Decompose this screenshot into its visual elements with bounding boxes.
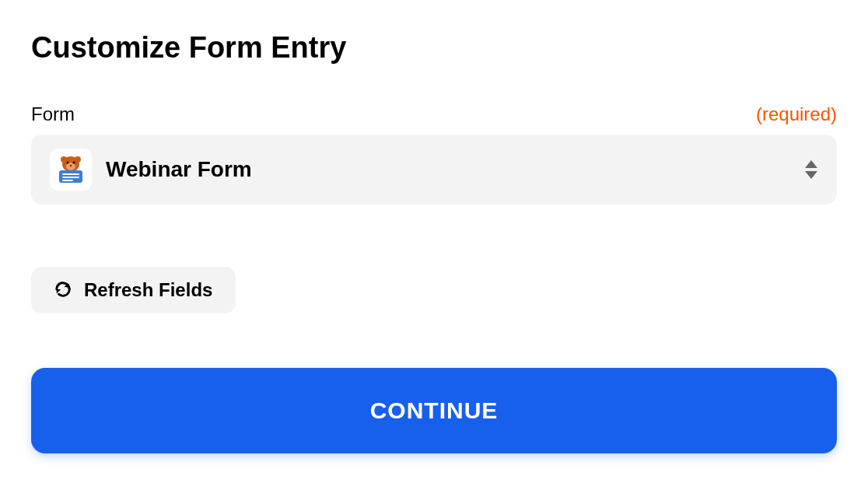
- form-field-label-row: Form (required): [31, 103, 837, 125]
- svg-rect-10: [62, 180, 73, 181]
- svg-rect-9: [62, 177, 79, 178]
- continue-button[interactable]: CONTINUE: [31, 368, 837, 453]
- required-tag: (required): [756, 103, 837, 125]
- svg-marker-11: [805, 160, 817, 168]
- svg-point-6: [70, 165, 72, 166]
- svg-point-4: [67, 162, 69, 164]
- page-title: Customize Form Entry: [31, 31, 837, 65]
- svg-marker-12: [805, 171, 817, 179]
- select-chevrons-icon: [804, 160, 818, 179]
- refresh-fields-button[interactable]: Refresh Fields: [31, 267, 236, 313]
- wpforms-icon: [50, 149, 92, 191]
- form-select[interactable]: Webinar Form: [31, 135, 837, 205]
- form-field-label: Form: [31, 103, 75, 125]
- refresh-button-label: Refresh Fields: [84, 279, 212, 301]
- refresh-icon: [54, 281, 72, 300]
- svg-point-1: [61, 156, 67, 163]
- svg-rect-8: [62, 173, 79, 175]
- svg-point-2: [75, 156, 81, 163]
- svg-point-5: [73, 162, 75, 164]
- form-select-value: Webinar Form: [106, 157, 790, 182]
